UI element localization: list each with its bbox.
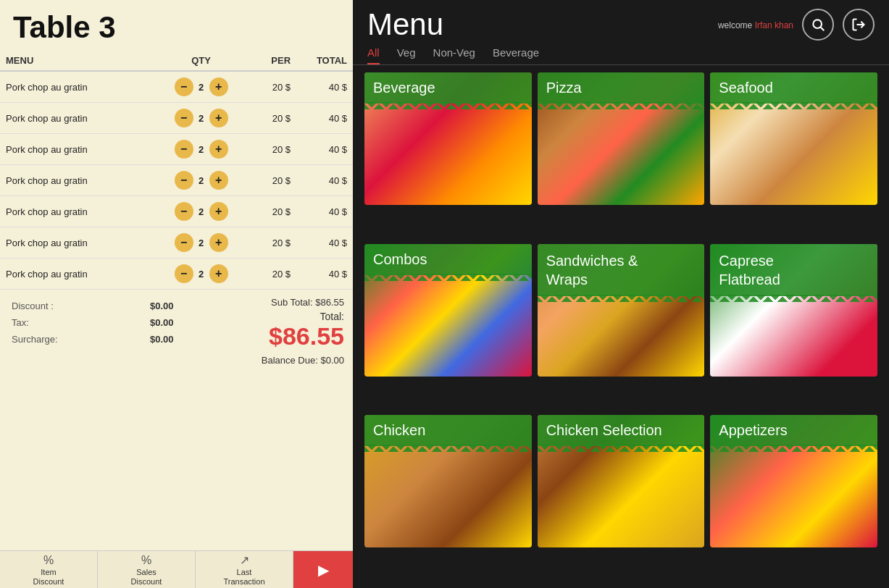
tab-veg[interactable]: Veg [397, 46, 416, 64]
qty-decrease-btn[interactable]: − [175, 77, 193, 96]
row-per: 20 $ [240, 259, 296, 290]
tab-bar: All Veg Non-Veg Beverage [353, 42, 889, 65]
subtotal-label: Sub Total: [271, 297, 313, 308]
menu-category-card[interactable]: Caprese Flatbread [710, 244, 877, 377]
row-per: 20 $ [240, 227, 296, 259]
menu-category-card[interactable]: Chicken [364, 415, 532, 547]
sales-discount-btn[interactable]: % Sales Discount [98, 551, 196, 588]
tab-beverage[interactable]: Beverage [493, 46, 539, 64]
qty-increase-btn[interactable]: + [209, 233, 228, 252]
header-right: welcome Irfan khan [718, 9, 875, 41]
row-total: 40 $ [296, 103, 353, 134]
qty-decrease-btn[interactable]: − [175, 109, 193, 127]
qty-value: 2 [196, 82, 206, 93]
menu-card-label: Appetizers [710, 415, 877, 446]
table-row: Pork chop au gratin − 2 + 20 $ 40 $ [0, 259, 353, 290]
menu-card-label: Beverage [364, 72, 532, 104]
welcome-text: welcome Irfan khan [718, 20, 793, 30]
qty-increase-btn[interactable]: + [209, 140, 228, 159]
bottom-bar: % Item Discount % Sales Discount ↗ Last … [0, 550, 353, 588]
menu-category-card[interactable]: Sandwiches & Wraps [538, 244, 705, 377]
qty-value: 2 [196, 238, 206, 248]
qty-value: 2 [196, 113, 206, 124]
row-per: 20 $ [240, 165, 296, 196]
row-qty: − 2 + [162, 71, 240, 103]
last-transaction-icon: ↗ [240, 553, 249, 567]
action-btn-red[interactable]: ▶ [293, 551, 353, 588]
action-icon-red: ▶ [318, 561, 329, 579]
qty-value: 2 [196, 175, 206, 186]
menu-card-label: Chicken [364, 415, 532, 446]
table-row: Pork chop au gratin − 2 + 20 $ 40 $ [0, 227, 353, 259]
row-per: 20 $ [240, 196, 296, 227]
row-total: 40 $ [296, 165, 353, 196]
qty-increase-btn[interactable]: + [209, 202, 228, 221]
table-row: Pork chop au gratin − 2 + 20 $ 40 $ [0, 103, 353, 134]
menu-card-label: Pizza [538, 72, 705, 104]
logout-icon-btn[interactable] [843, 9, 875, 41]
surcharge-label: Surcharge: [10, 332, 116, 347]
row-qty: − 2 + [162, 165, 240, 196]
col-total: TOTAL [296, 51, 353, 71]
col-qty: QTY [162, 51, 240, 71]
menu-category-card[interactable]: Appetizers [710, 415, 877, 547]
order-table: MENU QTY PER TOTAL Pork chop au gratin −… [0, 51, 353, 290]
sales-discount-icon: % [141, 554, 151, 567]
row-qty: − 2 + [162, 103, 240, 134]
item-discount-btn[interactable]: % Item Discount [0, 551, 98, 588]
sales-discount-label: Sales [136, 568, 156, 576]
row-name: Pork chop au gratin [0, 165, 162, 196]
row-qty: − 2 + [162, 227, 240, 259]
qty-value: 2 [196, 269, 206, 280]
menu-card-label: Combos [364, 244, 532, 275]
menu-title: Menu [367, 7, 443, 42]
qty-value: 2 [196, 206, 206, 217]
svg-point-0 [813, 20, 822, 28]
row-per: 20 $ [240, 103, 296, 134]
qty-decrease-btn[interactable]: − [175, 140, 193, 159]
menu-category-card[interactable]: Beverage [364, 72, 532, 205]
row-qty: − 2 + [162, 134, 240, 165]
row-name: Pork chop au gratin [0, 71, 162, 103]
menu-category-card[interactable]: Pizza [538, 72, 705, 205]
balance-val: $0.00 [320, 355, 344, 366]
last-transaction-btn[interactable]: ↗ Last Transaction [196, 551, 293, 588]
row-name: Pork chop au gratin [0, 134, 162, 165]
subtotal-line: Sub Total: $86.55 [184, 297, 345, 308]
menu-grid: BeveragePizzaSeafoodCombosSandwiches & W… [353, 65, 889, 588]
table-row: Pork chop au gratin − 2 + 20 $ 40 $ [0, 71, 353, 103]
qty-decrease-btn[interactable]: − [175, 171, 193, 190]
balance-line: Balance Due: $0.00 [184, 355, 345, 366]
menu-category-card[interactable]: Seafood [710, 72, 877, 205]
menu-card-label: Sandwiches & Wraps [538, 244, 705, 296]
qty-increase-btn[interactable]: + [209, 77, 228, 96]
row-total: 40 $ [296, 227, 353, 259]
summary-area: Discount : $0.00 Tax: $0.00 Surcharge: $… [0, 290, 353, 550]
col-menu: MENU [0, 51, 162, 71]
row-qty: − 2 + [162, 196, 240, 227]
qty-increase-btn[interactable]: + [209, 109, 228, 127]
menu-category-card[interactable]: Combos [364, 244, 532, 377]
menu-card-label: Seafood [710, 72, 877, 104]
tax-label: Tax: [10, 315, 116, 330]
total-amount: $86.55 [184, 322, 345, 350]
qty-decrease-btn[interactable]: − [175, 202, 193, 221]
right-panel: Menu welcome Irfan khan [353, 0, 889, 588]
tax-val: $0.00 [117, 315, 175, 330]
item-discount-icon: % [43, 554, 54, 567]
qty-decrease-btn[interactable]: − [175, 264, 193, 283]
summary-left: Discount : $0.00 Tax: $0.00 Surcharge: $… [9, 297, 177, 550]
row-total: 40 $ [296, 259, 353, 290]
search-icon-btn[interactable] [802, 9, 834, 41]
qty-decrease-btn[interactable]: − [175, 233, 193, 252]
row-name: Pork chop au gratin [0, 259, 162, 290]
qty-increase-btn[interactable]: + [209, 171, 228, 190]
table-row: Pork chop au gratin − 2 + 20 $ 40 $ [0, 165, 353, 196]
tab-non-veg[interactable]: Non-Veg [433, 46, 475, 64]
menu-category-card[interactable]: Chicken Selection [538, 415, 705, 547]
table-row: Pork chop au gratin − 2 + 20 $ 40 $ [0, 134, 353, 165]
qty-increase-btn[interactable]: + [209, 264, 228, 283]
row-name: Pork chop au gratin [0, 196, 162, 227]
table-row: Pork chop au gratin − 2 + 20 $ 40 $ [0, 196, 353, 227]
tab-all[interactable]: All [367, 46, 380, 64]
